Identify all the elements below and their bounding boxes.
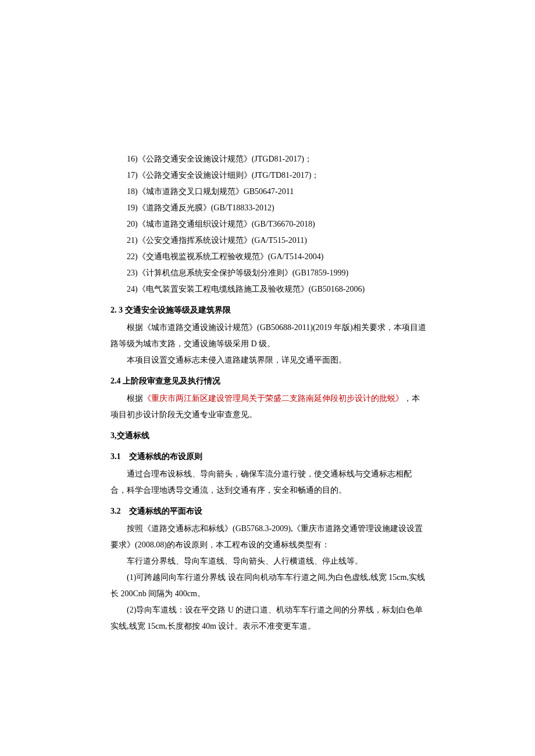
standard-item-17: 17)《公路交通安全设施设计细则》(JTG/TD81-2017)； <box>110 167 427 184</box>
heading-3: 3,交通标线 <box>110 428 427 444</box>
standard-item-23: 23)《计算机信息系统安全保护等级划分准则》(GB17859-1999) <box>110 265 427 281</box>
heading-3-1: 3.1 交通标线的布设原则 <box>110 449 427 465</box>
paragraph-3-2-4: (2)导向车道线：设在平交路 U 的进口道、机动车车行道之间的分界线，标划白色单… <box>110 602 427 635</box>
heading-3-2: 3.2 交通标线的平面布设 <box>110 503 427 519</box>
paragraph-2-3-2: 本项目设置交通标志未侵入道路建筑界限，详见交通平面图。 <box>110 352 427 368</box>
standard-item-24: 24)《电气装置安装工程电缆线路施工及验收规范》(GB50168-2006) <box>110 281 427 298</box>
standard-item-22: 22)《交通电视监视系统工程验收规范》(GA/T514-2004) <box>110 249 427 265</box>
paragraph-2-4-1: 根据《重庆市两江新区建设管理局关于荣盛二支路南延伸段初步设计的批蜕》，本项目初步… <box>110 390 427 423</box>
standard-item-21: 21)《公安交通指挥系统设计规范》(GA/T515-2011) <box>110 232 427 249</box>
standard-item-16: 16)《公路交通安全设施设计规范》(JTGD81-2017)； <box>110 151 427 167</box>
heading-2-3: 2. 3 交通安全设施等级及建筑界限 <box>110 302 427 318</box>
paragraph-3-2-1: 按照《道路交通标志和标线》(GB5768.3-2009),《重庆市道路交通管理设… <box>110 521 427 553</box>
document-page: 16)《公路交通安全设施设计规范》(JTGD81-2017)； 17)《公路交通… <box>0 0 535 693</box>
standard-item-20: 20)《城市道路交通组织设计规范》(GB/T36670-2018) <box>110 216 427 232</box>
standard-item-18: 18)《城市道路交叉口规划规范》GB50647-2011 <box>110 184 427 200</box>
reference-red: 《重庆市两江新区建设管理局关于荣盛二支路南延伸段初步设计的批蜕》 <box>143 394 404 403</box>
standard-item-19: 19)《道路交通反光膜》(GB/T18833-2012) <box>110 200 427 216</box>
paragraph-2-4-1a: 根据 <box>127 394 143 403</box>
paragraph-3-1-1: 通过合理布设标线、导向箭头，确保车流分道行驶，使交通标线与交通标志相配合，科学合… <box>110 466 427 499</box>
heading-2-4: 2.4 上阶段审查意见及执行情况 <box>110 373 427 389</box>
paragraph-3-2-3: (1)可跨越同向车行道分界线 设在同向机动车车行道之间,为白色虚线,线宽 15c… <box>110 569 427 602</box>
paragraph-2-3-1: 根据《城市道路交通设施设计规范》(GB50688-2011)(2019 年版)相… <box>110 320 427 352</box>
paragraph-3-2-2: 车行道分界线、导向车道线、导向箭头、人行横道线、停止线等。 <box>110 553 427 569</box>
